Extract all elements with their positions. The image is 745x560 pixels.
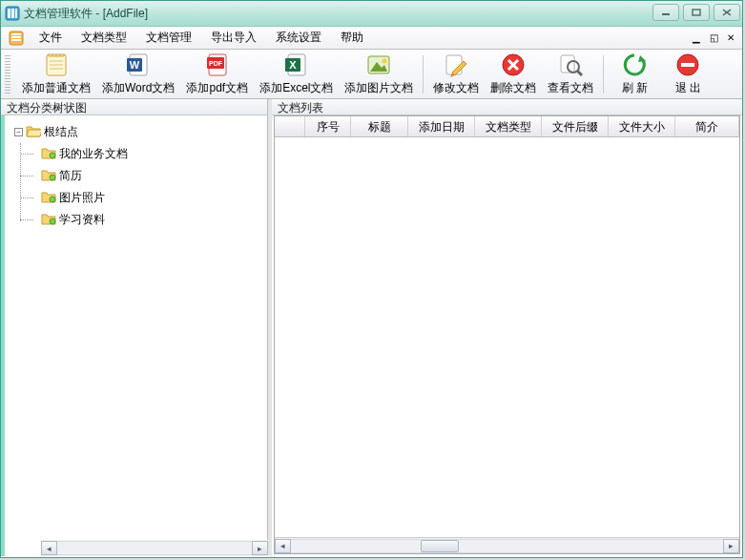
right-panel: 文档列表 序号 标题 添加日期 文档类型 文件后缀 文件大小 简介 ◂	[272, 99, 742, 556]
menu-doc-manage[interactable]: 文档管理	[136, 27, 201, 49]
tb-delete-doc[interactable]: 删除文档	[485, 50, 542, 98]
mdi-close[interactable]: ✕	[723, 31, 738, 44]
toolbar: 添加普通文档 W 添加Word文档 PDF 添加pdf文档 X 添加Excel文…	[1, 50, 742, 99]
word-icon: W	[125, 52, 152, 78]
folder-icon	[41, 168, 56, 184]
tb-refresh[interactable]: 刷 新	[608, 50, 661, 98]
grid-col-type[interactable]: 文档类型	[475, 116, 542, 136]
mdi-controls: ▁ ◱ ✕	[689, 31, 738, 44]
excel-icon: X	[283, 52, 310, 78]
svg-text:W: W	[130, 59, 140, 71]
menu-import-export[interactable]: 导出导入	[201, 27, 266, 49]
tree-node-label: 图片照片	[59, 190, 105, 206]
tb-label: 刷 新	[622, 80, 648, 96]
tb-label: 修改文档	[433, 80, 479, 96]
tb-add-word-doc[interactable]: W 添加Word文档	[96, 50, 180, 98]
tb-edit-doc[interactable]: 修改文档	[427, 50, 485, 98]
grid-col-rowselector[interactable]	[275, 116, 305, 136]
grid-col-date[interactable]: 添加日期	[408, 116, 475, 136]
svg-rect-3	[15, 9, 17, 18]
refresh-icon	[621, 52, 648, 78]
mdi-restore[interactable]: ◱	[706, 31, 721, 44]
scroll-right-button[interactable]: ▸	[252, 541, 268, 555]
notepad-icon	[43, 52, 70, 78]
svg-rect-10	[11, 36, 21, 38]
tree-node[interactable]: 我的业务文档	[35, 143, 263, 165]
toolbar-grip	[5, 55, 10, 93]
svg-point-27	[383, 59, 387, 64]
svg-rect-2	[11, 9, 14, 18]
tb-label: 添加图片文档	[344, 80, 413, 96]
window-controls	[652, 4, 740, 21]
scroll-left-button[interactable]: ◂	[275, 539, 291, 553]
tb-add-image-doc[interactable]: 添加图片文档	[339, 50, 419, 98]
main-area: 文档分类树状图 − 根结点 我的业务文档 简历	[1, 99, 742, 556]
svg-line-34	[577, 71, 582, 75]
minimize-button[interactable]	[652, 4, 679, 21]
menu-file[interactable]: 文件	[30, 27, 72, 49]
grid-body[interactable]	[275, 137, 739, 538]
svg-rect-11	[11, 39, 21, 41]
grid-col-index[interactable]: 序号	[305, 116, 351, 136]
left-panel: 文档分类树状图 − 根结点 我的业务文档 简历	[1, 99, 268, 556]
tree-root-node[interactable]: − 根结点	[9, 121, 263, 143]
delete-icon	[500, 52, 527, 78]
document-grid: 序号 标题 添加日期 文档类型 文件后缀 文件大小 简介 ◂ ▸	[274, 115, 740, 554]
grid-hscrollbar[interactable]: ◂ ▸	[275, 537, 739, 553]
tb-add-normal-doc[interactable]: 添加普通文档	[16, 50, 96, 98]
tree-node-label: 学习资料	[59, 212, 105, 228]
menu-doc-type[interactable]: 文档类型	[72, 27, 136, 49]
folder-icon	[41, 190, 56, 206]
grid-header: 序号 标题 添加日期 文档类型 文件后缀 文件大小 简介	[275, 116, 739, 137]
tb-label: 添加Excel文档	[259, 80, 333, 96]
tree-node[interactable]: 图片照片	[35, 187, 263, 209]
svg-marker-35	[638, 55, 646, 62]
mdi-app-icon	[9, 31, 24, 46]
menubar: 文件 文档类型 文档管理 导出导入 系统设置 帮助 ▁ ◱ ✕	[1, 27, 742, 50]
scroll-left-button[interactable]: ◂	[41, 541, 57, 555]
toolbar-separator	[603, 55, 604, 93]
svg-rect-9	[11, 33, 21, 35]
tree-children: 我的业务文档 简历 图片照片 学习资料	[9, 143, 263, 231]
tree-node[interactable]: 简历	[35, 165, 263, 187]
scroll-track[interactable]	[57, 541, 252, 555]
close-button[interactable]	[714, 4, 740, 21]
tb-label: 查看文档	[548, 80, 593, 96]
tb-add-excel-doc[interactable]: X 添加Excel文档	[254, 50, 339, 98]
scroll-track[interactable]	[291, 539, 723, 553]
svg-rect-1	[8, 9, 10, 18]
svg-rect-5	[693, 10, 700, 15]
grid-col-desc[interactable]: 简介	[675, 116, 739, 136]
tb-label: 添加pdf文档	[186, 80, 248, 96]
folder-open-icon	[26, 124, 41, 140]
scroll-thumb[interactable]	[421, 540, 459, 552]
grid-col-title[interactable]: 标题	[351, 116, 408, 136]
tb-exit[interactable]: 退 出	[661, 50, 714, 98]
tb-view-doc[interactable]: 查看文档	[542, 50, 599, 98]
image-icon	[365, 52, 392, 78]
app-window: 文档管理软件 - [AddFile] 文件 文档类型 文档管理 导出导入 系统设…	[0, 0, 743, 558]
titlebar: 文档管理软件 - [AddFile]	[1, 1, 742, 27]
menu-system-settings[interactable]: 系统设置	[266, 27, 331, 49]
folder-icon	[41, 146, 56, 162]
svg-point-38	[50, 153, 55, 158]
tree-node[interactable]: 学习资料	[35, 209, 263, 231]
tree-hscrollbar[interactable]: ◂ ▸	[41, 540, 268, 556]
svg-rect-37	[681, 63, 694, 67]
maximize-button[interactable]	[683, 4, 710, 21]
tree-expander[interactable]: −	[14, 128, 23, 136]
toolbar-separator	[423, 55, 424, 93]
scroll-right-button[interactable]: ▸	[723, 539, 739, 553]
tb-add-pdf-doc[interactable]: PDF 添加pdf文档	[180, 50, 254, 98]
mdi-minimize[interactable]: ▁	[689, 31, 704, 44]
exit-icon	[674, 52, 701, 78]
tree-panel-title: 文档分类树状图	[1, 99, 267, 115]
tree-node-label: 根结点	[44, 124, 78, 140]
svg-point-40	[50, 197, 55, 202]
menu-help[interactable]: 帮助	[331, 27, 373, 49]
grid-col-size[interactable]: 文件大小	[609, 116, 675, 136]
tb-label: 添加Word文档	[102, 80, 175, 96]
grid-col-ext[interactable]: 文件后缀	[542, 116, 609, 136]
document-tree[interactable]: − 根结点 我的业务文档 简历 图片照片	[1, 115, 267, 556]
tb-label: 删除文档	[490, 80, 536, 96]
